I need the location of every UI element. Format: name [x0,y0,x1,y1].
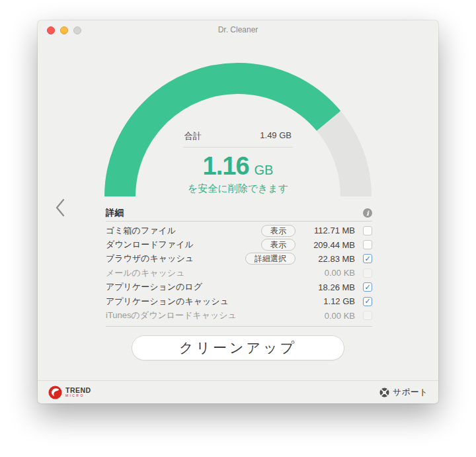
table-row: メールのキャッシュ0.00 KB [106,266,372,280]
row-checkbox[interactable] [363,254,372,263]
table-row: iTunesのダウンロードキャッシュ0.00 KB [106,308,372,322]
row-checkbox[interactable] [363,226,372,235]
details-section: 詳細 ゴミ箱のファイル表示112.71 MBダウンロードファイル表示209.44… [106,205,372,327]
cleanup-button[interactable]: クリーンアップ [132,335,344,360]
table-row: アプリケーションのキャッシュ1.12 GB [106,294,372,308]
row-label: メールのキャッシュ [106,267,302,279]
row-label: ブラウザのキャッシュ [106,253,245,265]
table-row: ゴミ箱のファイル表示112.71 MB [106,224,372,237]
row-label: iTunesのダウンロードキャッシュ [106,310,302,321]
row-checkbox [363,311,372,320]
support-label: サポート [393,386,428,398]
table-row: ダウンロードファイル表示209.44 MB [106,237,372,251]
row-size-value: 1.12 GB [302,296,355,306]
row-action-button[interactable]: 表示 [261,239,296,251]
row-label: アプリケーションのログ [106,281,302,293]
cleanable-unit: GB [255,163,274,177]
row-size-value: 112.71 MB [302,226,355,235]
titlebar: Dr. Cleaner [38,21,438,39]
brand-subname: MICRO [65,394,91,397]
row-checkbox[interactable] [363,282,372,292]
app-window: Dr. Cleaner 合計 1.49 GB 1.16GB を安全に削除できます… [38,21,438,403]
window-title: Dr. Cleaner [38,25,438,34]
lifebuoy-icon [379,388,389,397]
table-row: ブラウザのキャッシュ詳細選択22.83 MB [106,252,372,266]
footer: TREND MICRO サポート [38,380,438,403]
trend-micro-logo: TREND MICRO [48,386,91,399]
gauge-subtitle: を安全に削除できます [183,183,293,195]
row-size-value: 0.00 KB [302,311,355,321]
row-label: ゴミ箱のファイル [106,225,261,237]
row-label: ダウンロードファイル [106,239,261,251]
row-checkbox[interactable] [363,240,372,249]
total-label: 合計 [184,130,202,142]
row-size-value: 0.00 KB [302,268,355,278]
row-action-button[interactable]: 詳細選択 [245,253,296,265]
table-row: アプリケーションのログ18.26 MB [106,280,372,294]
total-value: 1.49 GB [260,130,292,142]
details-rows: ゴミ箱のファイル表示112.71 MBダウンロードファイル表示209.44 MB… [106,222,372,327]
row-size-value: 22.83 MB [302,254,355,264]
brand-name: TREND [65,387,91,394]
row-size-value: 18.26 MB [302,282,355,292]
row-size-value: 209.44 MB [302,240,355,250]
row-label: アプリケーションのキャッシュ [106,296,302,308]
back-chevron-icon[interactable] [54,198,68,218]
cleanable-value: 1.16 [203,152,249,180]
details-title: 詳細 [106,207,124,219]
info-icon[interactable] [363,208,372,218]
row-checkbox [363,269,372,278]
row-checkbox[interactable] [363,297,372,306]
gauge-readout: 合計 1.49 GB 1.16GB を安全に削除できます [183,130,293,195]
row-action-button[interactable]: 表示 [261,225,296,237]
support-link[interactable]: サポート [379,386,428,398]
trend-micro-ball-icon [48,386,62,399]
